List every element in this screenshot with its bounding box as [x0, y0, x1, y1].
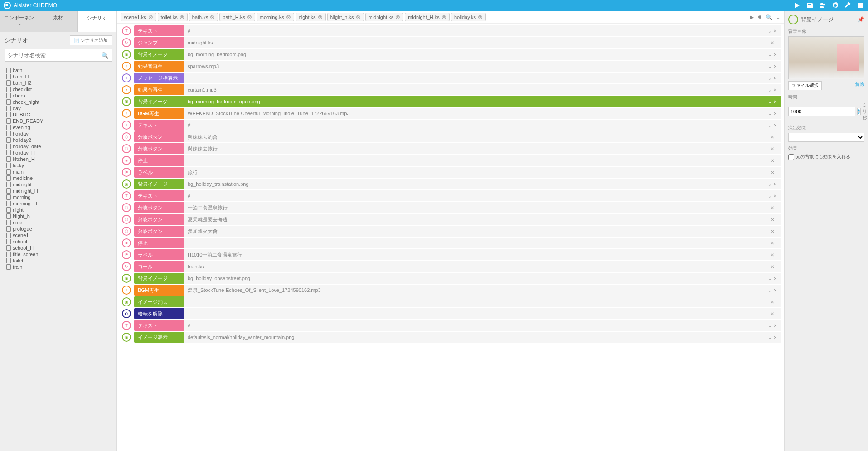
close-icon[interactable]: ⊗ — [210, 14, 215, 20]
scenario-row[interactable]: ⬡分岐ボタン一泊二食温泉旅行✕ — [121, 202, 781, 213]
file-item[interactable]: morning_H — [5, 200, 112, 207]
close-icon[interactable]: ✕ — [773, 99, 777, 104]
close-icon[interactable]: ✕ — [773, 111, 777, 116]
scenario-row[interactable]: Tテキスト#⌄✕ — [121, 120, 781, 131]
chevron-down-icon[interactable]: ⌄ — [768, 123, 771, 128]
chevron-down-icon[interactable]: ⌄ — [768, 29, 771, 34]
file-tab[interactable]: toilet.ks ⊗ — [158, 13, 188, 21]
scenario-row[interactable]: ↻ジャンプmidnight.ks✕ — [121, 37, 781, 48]
bg-preview[interactable] — [788, 36, 864, 79]
file-tab[interactable]: midnight.ks ⊗ — [365, 13, 404, 21]
gear-icon[interactable] — [832, 2, 839, 9]
sidebar-tab[interactable]: シナリオ — [78, 11, 116, 32]
close-icon[interactable]: ⊗ — [478, 14, 483, 20]
file-item[interactable]: prologue — [5, 226, 112, 232]
scenario-row[interactable]: ▣背景イメージbg_holiday_onsenstreet.png⌄✕ — [121, 273, 781, 284]
close-icon[interactable]: ✕ — [773, 64, 777, 69]
chevron-down-icon[interactable]: ⌄ — [768, 111, 771, 116]
scenario-row[interactable]: ▣イメージ表示default/sis_normal/holiday_winter… — [121, 332, 781, 343]
file-item[interactable]: bath_H2 — [5, 80, 112, 86]
close-icon[interactable]: ✕ — [773, 123, 777, 128]
close-icon[interactable]: ✕ — [771, 40, 774, 45]
play-icon[interactable]: ▶ — [750, 14, 754, 20]
effect-select[interactable] — [788, 133, 864, 142]
spinner-up[interactable]: ▲ — [857, 108, 861, 112]
scenario-row[interactable]: ♪BGM再生溫泉_StockTune-Echoes_Of_Silent_Love… — [121, 285, 781, 296]
chevron-down-icon[interactable]: ⌄ — [768, 323, 771, 328]
file-item[interactable]: holiday2 — [5, 137, 112, 143]
effect-checkbox-row[interactable]: 元の背景にも効果を入れる — [788, 154, 864, 160]
spinner-down[interactable]: ▼ — [857, 112, 861, 115]
scenario-row[interactable]: Tテキスト#⌄✕ — [121, 25, 781, 36]
clear-link[interactable]: 解除 — [855, 81, 864, 90]
sidebar-tab[interactable]: コンポーネント — [0, 11, 39, 32]
close-icon[interactable]: ✕ — [771, 135, 774, 140]
search-button[interactable]: 🔍 — [98, 49, 112, 62]
scenario-row[interactable]: Tテキスト#⌄✕ — [121, 320, 781, 331]
file-item[interactable]: morning — [5, 194, 112, 200]
file-item[interactable]: main — [5, 169, 112, 175]
close-icon[interactable]: ✕ — [771, 170, 774, 175]
close-icon[interactable]: ✕ — [773, 29, 777, 34]
close-icon[interactable]: ⊗ — [356, 14, 361, 20]
file-item[interactable]: Night_h — [5, 213, 112, 219]
close-icon[interactable]: ⊗ — [395, 14, 400, 20]
chevron-down-icon[interactable]: ⌄ — [768, 87, 771, 92]
file-tab[interactable]: night.ks ⊗ — [296, 13, 326, 21]
chevron-down-icon[interactable]: ⌄ — [776, 14, 781, 20]
save-icon[interactable] — [806, 2, 814, 9]
scenario-row[interactable]: ♪BGM再生WEEKEND_StockTune-Cheerful_Morning… — [121, 108, 781, 119]
close-icon[interactable]: ✕ — [771, 158, 774, 163]
scenario-row[interactable]: ⬡分岐ボタン夏天就是要去海邊✕ — [121, 214, 781, 225]
chevron-down-icon[interactable]: ⌄ — [768, 194, 771, 199]
file-item[interactable]: lucky — [5, 162, 112, 169]
file-item[interactable]: DEBUG — [5, 112, 112, 118]
file-tab[interactable]: scene1.ks ⊗ — [121, 13, 156, 21]
wrench-icon[interactable] — [844, 2, 852, 9]
close-icon[interactable]: ✕ — [773, 194, 777, 199]
scenario-row[interactable]: Tテキスト#⌄✕ — [121, 190, 781, 201]
scenario-row[interactable]: ■停止✕ — [121, 238, 781, 248]
scenario-row[interactable]: ■停止✕ — [121, 155, 781, 166]
scenario-row[interactable]: ↻コールtrain.ks✕ — [121, 261, 781, 272]
chevron-down-icon[interactable]: ⌄ — [768, 288, 771, 293]
close-icon[interactable]: ✕ — [771, 146, 774, 151]
file-item[interactable]: midnight_H — [5, 188, 112, 194]
file-item[interactable]: holiday_H — [5, 150, 112, 156]
pin-icon[interactable]: 📌 — [858, 16, 864, 23]
file-tab[interactable]: holiday.ks ⊗ — [451, 13, 486, 21]
effect-checkbox[interactable] — [788, 154, 794, 160]
chevron-down-icon[interactable]: ⌄ — [768, 276, 771, 281]
file-item[interactable]: check_night — [5, 99, 112, 105]
file-item[interactable]: holiday — [5, 131, 112, 137]
close-icon[interactable]: ✕ — [773, 323, 777, 328]
scenario-row[interactable]: ⚑ラベル旅行✕ — [121, 167, 781, 178]
file-item[interactable]: night — [5, 207, 112, 213]
close-icon[interactable]: ✕ — [773, 76, 777, 81]
file-item[interactable]: medicine — [5, 175, 112, 181]
sidebar-tab[interactable]: 素材 — [39, 11, 78, 32]
scenario-row[interactable]: ▣背景イメージbg_morning_bedroom.png⌄✕ — [121, 49, 781, 60]
close-icon[interactable]: ✕ — [771, 205, 774, 210]
file-item[interactable]: note — [5, 219, 112, 226]
file-item[interactable]: title_screen — [5, 251, 112, 257]
close-icon[interactable]: ✕ — [771, 252, 774, 257]
close-icon[interactable]: ✕ — [773, 276, 777, 281]
search-icon[interactable]: 🔍 — [766, 14, 772, 20]
file-item[interactable]: evening — [5, 124, 112, 131]
time-input[interactable] — [788, 107, 855, 116]
file-item[interactable]: day — [5, 105, 112, 112]
close-icon[interactable]: ⊗ — [179, 14, 184, 20]
close-icon[interactable]: ⊗ — [441, 14, 446, 20]
search-input[interactable] — [5, 49, 98, 62]
scenario-row[interactable]: ⬡分岐ボタン參加煙火大會✕ — [121, 226, 781, 237]
scenario-row[interactable]: ⬡分岐ボタン與妹妹去旅行✕ — [121, 143, 781, 154]
close-icon[interactable]: ✕ — [773, 335, 777, 340]
close-icon[interactable]: ⊗ — [318, 14, 323, 20]
file-tab[interactable]: morning.ks ⊗ — [257, 13, 294, 21]
scenario-row[interactable]: ♪効果音再生sparrows.mp3⌄✕ — [121, 61, 781, 72]
close-icon[interactable]: ⊗ — [148, 14, 153, 20]
close-icon[interactable]: ✕ — [771, 217, 774, 222]
scenario-row[interactable]: ▣イメージ消去✕ — [121, 296, 781, 307]
debug-icon[interactable]: ✹ — [757, 14, 762, 20]
